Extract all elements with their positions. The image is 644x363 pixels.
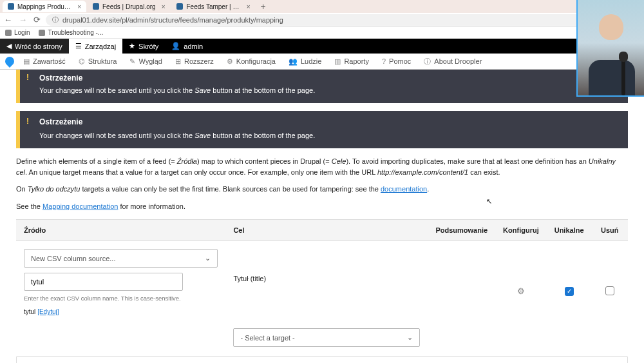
back-button[interactable]: ←	[4, 15, 12, 25]
bookmark-icon	[5, 30, 12, 36]
warning-body: Your changes will not be saved until you…	[39, 86, 619, 94]
menu-label: Rozszerz	[184, 57, 214, 65]
forward-button[interactable]: →	[19, 15, 27, 25]
new-tab-button[interactable]: +	[256, 1, 269, 12]
menu-about[interactable]: ⓘAbout Droopler	[417, 54, 488, 69]
unique-cell: ✓	[547, 241, 592, 324]
legend-details[interactable]: ⌄ Legenda	[16, 356, 628, 363]
msg-text: Your changes will not be saved until you…	[39, 86, 194, 94]
shortcuts-tab[interactable]: ★ Skróty	[122, 39, 165, 54]
msg-em: Save	[194, 86, 211, 94]
warning-title: Ostrzeżenie	[39, 117, 619, 126]
unique-checkbox[interactable]: ✓	[565, 287, 574, 296]
source-cell: New CSV column source... ⌄ Enter the exa…	[16, 241, 225, 324]
col-target: Cel	[225, 220, 428, 241]
drupal-logo[interactable]	[3, 54, 17, 68]
bookmark-label: Login	[14, 29, 30, 36]
tab-title: Feeds Tamper | Drupal.org	[186, 3, 240, 10]
warning-title: Ostrzeżenie	[39, 74, 619, 83]
chevron-down-icon: ⌄	[205, 254, 211, 262]
mapping-documentation-link[interactable]: Mapping documentation	[43, 202, 118, 210]
msg-em: Save	[194, 132, 211, 139]
menu-people[interactable]: 👥Ludzie	[282, 54, 328, 69]
people-icon: 👥	[289, 57, 298, 66]
add-target-row: - Select a target - ⌄	[16, 323, 628, 352]
msg-text: button at the bottom of the page.	[211, 86, 315, 94]
chart-icon: ▥	[334, 57, 341, 66]
mapping-row: New CSV column source... ⌄ Enter the exa…	[16, 241, 628, 324]
bookmark-item[interactable]: Troubleshooting -...	[39, 29, 103, 36]
menu-reports[interactable]: ▥Raporty	[328, 54, 375, 69]
back-to-site-button[interactable]: ◀ Wróć do strony	[0, 39, 69, 54]
gear-icon[interactable]: ⚙	[517, 268, 525, 296]
menu-icon: ☰	[75, 42, 82, 50]
menu-help[interactable]: ?Pomoc	[375, 54, 417, 69]
warning-body: Your changes will not be saved until you…	[39, 132, 619, 139]
remove-cell	[592, 241, 628, 324]
star-icon: ★	[129, 42, 135, 50]
target-select[interactable]: - Select a target - ⌄	[233, 328, 420, 347]
source-select[interactable]: New CSV column source... ⌄	[24, 249, 218, 268]
warning-message: ! Ostrzeżenie Your changes will not be s…	[16, 70, 628, 103]
favicon-icon	[8, 3, 14, 10]
webcam-overlay	[576, 0, 644, 97]
hierarchy-icon: ⌬	[79, 57, 85, 66]
tab-title: Feeds | Drupal.org	[102, 3, 156, 10]
close-icon[interactable]: ×	[247, 3, 251, 10]
edit-source-link[interactable]: [Edytuj]	[37, 308, 59, 315]
user-tab[interactable]: 👤 admin	[165, 39, 209, 54]
menu-label: About Droopler	[434, 57, 482, 65]
target-value: Tytuł (title)	[233, 249, 420, 282]
manage-tab[interactable]: ☰ Zarządzaj	[69, 39, 122, 54]
url-input[interactable]: ⓘ drupal01.ddev.site/pl/admin/structure/…	[46, 14, 640, 26]
close-icon[interactable]: ×	[77, 3, 81, 10]
col-source: Źródło	[16, 220, 225, 241]
chevron-left-icon: ◀	[6, 42, 12, 50]
menu-extend[interactable]: ⊞Rozszerz	[169, 54, 220, 69]
admin-toolbar-primary: ◀ Wróć do strony ☰ Zarządzaj ★ Skróty 👤 …	[0, 39, 644, 54]
reload-button[interactable]: ⟳	[33, 15, 41, 25]
bookmark-label: Troubleshooting -...	[48, 29, 103, 36]
url-text: drupal01.ddev.site/pl/admin/structure/fe…	[62, 16, 283, 24]
col-unique: Unikalne	[547, 220, 592, 241]
menu-label: Konfiguracja	[236, 57, 276, 65]
file-icon: ▤	[23, 57, 30, 66]
cursor-icon: ↖	[486, 197, 492, 206]
documentation-link[interactable]: documentation	[381, 185, 427, 193]
puzzle-icon: ⊞	[175, 57, 181, 66]
select-value: New CSV column source...	[31, 255, 115, 262]
back-label: Wróć do strony	[15, 43, 62, 50]
main-content: ! Ostrzeżenie Your changes will not be s…	[0, 70, 644, 363]
existing-source: tytul [Edytuj]	[24, 308, 218, 315]
close-icon[interactable]: ×	[162, 3, 166, 10]
menu-config[interactable]: ⚙Konfiguracja	[220, 54, 282, 69]
intro-para-3: See the Mapping documentation for more i…	[16, 201, 628, 212]
csv-column-input[interactable]	[24, 273, 183, 291]
browser-tab-active[interactable]: Mappings Produkty | droopler ×	[3, 1, 86, 12]
warning-message: ! Ostrzeżenie Your changes will not be s…	[16, 111, 628, 148]
menu-appearance[interactable]: ✎Wygląd	[123, 54, 169, 69]
shortcuts-label: Skróty	[138, 43, 158, 50]
menu-label: Struktura	[88, 57, 117, 65]
favicon-icon	[93, 3, 99, 10]
bookmark-item[interactable]: Login	[5, 29, 30, 36]
target-cell: Tytuł (title)	[225, 241, 428, 324]
user-icon: 👤	[171, 42, 180, 50]
info-icon: ⓘ	[424, 57, 431, 66]
msg-text: button at the bottom of the page.	[211, 132, 315, 139]
msg-text: Your changes will not be saved until you…	[39, 132, 194, 139]
existing-label: tytul	[24, 308, 35, 315]
summary-cell	[428, 241, 495, 324]
configure-cell: ⚙	[495, 241, 547, 324]
user-label: admin	[184, 43, 203, 50]
mapping-table: Źródło Cel Podsumowanie Konfiguruj Unika…	[16, 219, 628, 352]
browser-tab[interactable]: Feeds | Drupal.org ×	[88, 1, 170, 12]
menu-content[interactable]: ▤Zawartość	[17, 54, 72, 69]
remove-checkbox[interactable]	[605, 286, 614, 295]
warning-icon: !	[26, 117, 29, 126]
browser-tab[interactable]: Feeds Tamper | Drupal.org ×	[171, 1, 255, 12]
browser-tabstrip: Mappings Produkty | droopler × Feeds | D…	[0, 0, 644, 13]
menu-structure[interactable]: ⌬Struktura	[72, 54, 124, 69]
menu-label: Ludzie	[301, 57, 321, 65]
bookmark-bar: Login Troubleshooting -...	[0, 27, 644, 39]
